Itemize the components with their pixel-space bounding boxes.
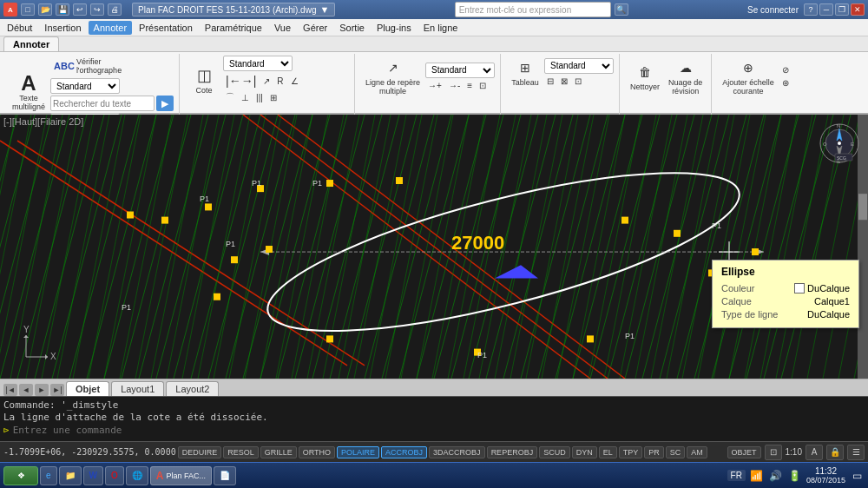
taskbar-app-autocad[interactable]: A Plan FAC... [150, 466, 212, 485]
btn-tableau-2[interactable]: ⊟ [544, 76, 556, 87]
btn-echelle-3[interactable]: ⊛ [779, 77, 792, 89]
start-button[interactable]: ❖ [3, 466, 38, 485]
menu-enligne[interactable]: En ligne [418, 21, 464, 35]
qat-open[interactable]: 📂 [38, 3, 52, 16]
statusbtn-objet[interactable]: OBJET [727, 446, 761, 458]
btn-cote-echelle[interactable]: ⊞ [267, 92, 279, 103]
cotes-style-combo[interactable]: Standard [223, 56, 293, 71]
search-bar[interactable]: Entrez mot-clé ou expression [455, 2, 611, 17]
menu-gerer[interactable]: Gérer [298, 21, 332, 35]
status-scale-icon[interactable]: ⊡ [765, 445, 782, 460]
layout-nav-prev[interactable]: ◄ [19, 384, 33, 396]
command-input[interactable] [13, 425, 865, 436]
menu-insertion[interactable]: Insertion [39, 21, 86, 35]
tableaux-style-combo[interactable]: Standard [544, 58, 614, 74]
menu-vue[interactable]: Vue [269, 21, 296, 35]
btn-ligne-repere[interactable]: ↗ Ligne de repèremultiple [362, 56, 424, 97]
tab-annoter[interactable]: Annoter [3, 36, 59, 51]
statusbtn-dyn[interactable]: DYN [572, 446, 597, 458]
taskbar-app-word[interactable]: W [83, 466, 103, 485]
workspace-selector[interactable]: Plan FAC DROIT FES 15-11-2013 (Archi).dw… [132, 3, 335, 16]
statusbtn-grille[interactable]: GRILLE [260, 446, 297, 458]
menu-sortie[interactable]: Sortie [334, 21, 370, 35]
btn-cote[interactable]: ◫ Cote [187, 63, 221, 96]
btn-tableau[interactable]: ⊞ Tableau [508, 56, 542, 89]
statusbtn-el[interactable]: EL [599, 446, 617, 458]
help-button[interactable]: ? [804, 3, 818, 16]
menu-plugins[interactable]: Plug-ins [372, 21, 417, 35]
status-annotation-icon[interactable]: A [806, 445, 823, 460]
layout-nav-next[interactable]: ► [35, 384, 49, 396]
btn-cote-rayon[interactable]: R [274, 76, 286, 87]
statusbtn-reperobj[interactable]: REPEROBJ [487, 446, 538, 458]
style-combo[interactable]: Standard [50, 78, 120, 94]
btn-nettoyer[interactable]: 🗑 Nettoyer [627, 60, 663, 93]
btn-verifier-orthographe[interactable]: ABC Vérifierl'orthographe [50, 56, 174, 76]
statusbtn-3daccrobj[interactable]: 3DACCROBJ [429, 446, 485, 458]
btn-ajouter-fleche[interactable]: →+ [425, 80, 444, 91]
btn-align-repere[interactable]: ≡ [464, 80, 475, 91]
layout-nav-start[interactable]: |◄ [3, 384, 17, 396]
restore-button[interactable]: ❐ [835, 3, 849, 16]
qat-new[interactable]: □ [21, 3, 35, 16]
statusbtn-polaire[interactable]: POLAIRE [337, 446, 379, 458]
btn-texte-multiligne[interactable]: A Textemultiligné [9, 71, 49, 113]
compass: E O N S SCG [818, 122, 861, 165]
statusbtn-am[interactable]: AM [687, 446, 707, 458]
menu-presentation[interactable]: Présentation [134, 21, 198, 35]
layout-tab-layout2[interactable]: Layout2 [166, 381, 219, 396]
qat-print[interactable]: 🖨 [108, 3, 122, 16]
tooltip-title: Ellipse [721, 266, 850, 278]
taskbar-app-opera[interactable]: O [105, 466, 124, 485]
qat-save[interactable]: 💾 [56, 3, 69, 16]
taskbar-time[interactable]: 11:32 08/07/2015 [806, 466, 845, 485]
taskbar-show-desktop[interactable]: ▭ [849, 468, 865, 484]
status-menu-icon[interactable]: ☰ [847, 445, 865, 460]
btn-tableau-3[interactable]: ⊠ [558, 76, 570, 87]
menu-parametrique[interactable]: Paramétrique [200, 21, 267, 35]
btn-cote-arc[interactable]: ⌒ [223, 90, 237, 104]
minimize-button[interactable]: ─ [819, 3, 833, 16]
taskbar-app-pdf[interactable]: 📄 [214, 466, 236, 485]
btn-suppr-fleche[interactable]: →- [446, 80, 463, 91]
texte-search-btn[interactable]: ▶ [156, 96, 174, 111]
statusbtn-resol[interactable]: RESOL [223, 446, 259, 458]
statusbtn-pr[interactable]: PR [644, 446, 664, 458]
taskbar-network-icon[interactable]: 📶 [749, 468, 765, 484]
btn-ajouter-echelle[interactable]: ⊕ Ajouter échellecourante [719, 56, 778, 97]
status-lock-icon[interactable]: 🔒 [826, 445, 844, 460]
statusbtn-sc[interactable]: SC [666, 446, 686, 458]
menu-debut[interactable]: Début [2, 21, 37, 35]
statusbtn-ortho[interactable]: ORTHO [299, 446, 335, 458]
taskbar-app-ie[interactable]: e [40, 466, 57, 485]
btn-nuage-revision[interactable]: ☁ Nuage derévision [665, 56, 706, 97]
taskbar-battery-icon[interactable]: 🔋 [787, 468, 803, 484]
search-button[interactable]: 🔍 [615, 3, 628, 16]
drawing-area[interactable]: [-][Haut][Filaire 2D] E O N S SCG Ellips… [0, 115, 868, 379]
layout-nav-end[interactable]: ►| [50, 384, 64, 396]
btn-collect-repere[interactable]: ⊡ [477, 80, 489, 91]
statusbtn-accrobj[interactable]: ACCROBJ [381, 446, 427, 458]
layout-tab-objet[interactable]: Objet [66, 381, 109, 396]
connect-label[interactable]: Se connecter [747, 5, 799, 15]
btn-cote-lineaire[interactable]: |←→| [223, 73, 259, 89]
taskbar-app-chrome[interactable]: 🌐 [126, 466, 148, 485]
btn-cote-angle[interactable]: ∠ [288, 76, 301, 87]
btn-cote-aligne[interactable]: ↗ [260, 76, 273, 87]
lignes-style-combo[interactable]: Standard [425, 63, 495, 78]
qat-undo[interactable]: ↩ [73, 3, 87, 16]
taskbar-sound-icon[interactable]: 🔊 [768, 468, 784, 484]
qat-redo[interactable]: ↪ [90, 3, 104, 16]
close-button[interactable]: ✕ [851, 3, 865, 16]
statusbtn-scud[interactable]: SCUD [539, 446, 570, 458]
texte-search-input[interactable] [50, 96, 155, 111]
statusbtn-deduire[interactable]: DEDUIRE [178, 446, 222, 458]
statusbtn-tpy[interactable]: TPY [619, 446, 643, 458]
btn-tableau-4[interactable]: ⊡ [572, 76, 584, 87]
btn-echelle-2[interactable]: ⊘ [779, 64, 792, 76]
btn-cote-continue[interactable]: ||| [253, 92, 266, 103]
btn-cote-ordonne[interactable]: ⊥ [239, 92, 252, 103]
taskbar-app-explorer[interactable]: 📁 [59, 466, 82, 485]
menu-annoter[interactable]: Annoter [89, 21, 133, 35]
layout-tab-layout1[interactable]: Layout1 [111, 381, 164, 396]
